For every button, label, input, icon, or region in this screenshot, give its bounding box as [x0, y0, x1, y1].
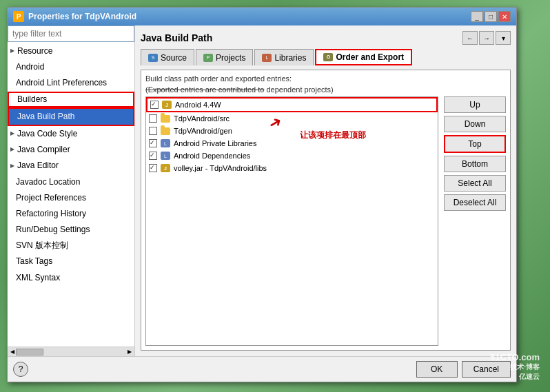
projects-tab-icon: P — [203, 54, 213, 62]
libraries-tab-icon: L — [262, 54, 272, 62]
sidebar: ▶ Resource Android Android Lint Preferen… — [8, 25, 135, 356]
maximize-button[interactable]: □ — [485, 11, 497, 22]
tab-source-label: Source — [161, 53, 187, 63]
close-button[interactable]: ✕ — [498, 11, 511, 22]
entry-checkbox-5[interactable] — [149, 152, 157, 160]
sidebar-item-java-editor[interactable]: ▶ Java Editor — [8, 158, 134, 174]
properties-dialog: P Properties for TdpVAndroid _ □ ✕ ▶ Res… — [7, 7, 517, 382]
entry-label-1: Android 4.4W — [175, 101, 221, 109]
cancel-button[interactable]: Cancel — [462, 361, 511, 378]
bottom-bar: ? OK Cancel — [8, 356, 516, 382]
down-button[interactable]: Down — [444, 116, 506, 132]
entry-src[interactable]: TdpVAndroid/src — [146, 112, 438, 125]
sidebar-list: ▶ Resource Android Android Lint Preferen… — [8, 42, 134, 347]
help-button[interactable]: ? — [13, 362, 28, 377]
entry-icon-6: J — [160, 163, 171, 173]
sidebar-item-svn[interactable]: SVN 版本控制 — [8, 238, 134, 254]
expand-arrow: ▶ — [10, 162, 14, 171]
sidebar-scrollbar[interactable]: ◀ ▶ — [8, 347, 134, 356]
entry-volley[interactable]: J volley.jar - TdpVAndroid/libs — [146, 162, 438, 174]
sidebar-item-label: Java Editor — [17, 159, 59, 172]
dialog-body: ▶ Resource Android Android Lint Preferen… — [8, 25, 516, 356]
sidebar-item-javadoc[interactable]: Javadoc Location — [8, 174, 134, 190]
content-header: Java Build Path ← → ▾ — [141, 31, 511, 45]
panel-description-1: Build class path order and exported entr… — [145, 74, 506, 83]
minimize-button[interactable]: _ — [471, 11, 483, 22]
entry-label-4: Android Private Libraries — [174, 139, 256, 147]
sidebar-item-refactoring-history[interactable]: Refactoring History — [8, 206, 134, 222]
back-button[interactable]: ← — [462, 31, 478, 45]
sidebar-item-run-debug[interactable]: Run/Debug Settings — [8, 222, 134, 238]
entry-checkbox-6[interactable] — [149, 164, 157, 172]
jar-icon-6: J — [161, 164, 170, 172]
lib-icon-5: L — [161, 152, 170, 160]
forward-button[interactable]: → — [479, 31, 494, 45]
entry-android-4-4w[interactable]: J Android 4.4W — [146, 97, 438, 112]
sidebar-item-xml-syntax[interactable]: XML Syntax — [8, 270, 134, 286]
up-button[interactable]: Up — [444, 96, 506, 113]
sidebar-item-resource[interactable]: ▶ Resource — [8, 43, 134, 59]
entry-icon-2 — [160, 114, 171, 123]
tab-order-export[interactable]: O Order and Export — [315, 49, 412, 65]
jar-icon: J — [162, 101, 172, 109]
build-path-content: J Android 4.4W TdpVAndroid/src — [145, 96, 506, 346]
entry-label-2: TdpVAndroid/src — [174, 114, 230, 123]
entry-checkbox-1[interactable] — [150, 101, 159, 109]
sidebar-item-label: Resource — [17, 45, 52, 58]
sidebar-item-label: SVN 版本控制 — [16, 239, 68, 252]
entry-label-6: volley.jar - TdpVAndroid/libs — [174, 164, 267, 172]
expand-arrow: ▶ — [10, 145, 14, 154]
expand-arrow: ▶ — [10, 130, 14, 138]
sidebar-item-label: Project References — [16, 192, 86, 205]
description-suffix: dependent projects) — [267, 85, 334, 94]
sidebar-item-task-tags[interactable]: Task Tags — [8, 254, 134, 269]
entry-private-libs[interactable]: L Android Private Libraries — [146, 137, 438, 149]
select-all-button[interactable]: Select All — [444, 175, 506, 192]
top-button[interactable]: Top — [444, 135, 506, 153]
sidebar-item-java-build-path[interactable]: Java Build Path — [8, 107, 134, 126]
lib-icon-4: L — [161, 139, 170, 147]
entry-label-3: TdpVAndroid/gen — [174, 127, 232, 135]
deselect-all-button[interactable]: Deselect All — [444, 194, 506, 211]
tab-projects[interactable]: P Projects — [196, 49, 253, 65]
filter-input[interactable] — [8, 25, 134, 42]
sidebar-item-label: Java Code Style — [17, 127, 77, 141]
sidebar-item-builders[interactable]: Builders — [8, 92, 134, 107]
scroll-thumb[interactable] — [16, 349, 43, 355]
dropdown-button[interactable]: ▾ — [496, 31, 511, 45]
order-tab-icon: O — [323, 53, 333, 61]
dialog-icon: P — [13, 11, 24, 22]
entry-checkbox-3[interactable] — [149, 127, 157, 135]
sidebar-item-label: Android Lint Preferences — [16, 76, 107, 90]
sidebar-item-project-references[interactable]: Project References — [8, 190, 134, 206]
ok-button[interactable]: OK — [416, 361, 458, 378]
scroll-right-arrows: ▶ — [126, 349, 133, 355]
sidebar-item-java-code-style[interactable]: ▶ Java Code Style — [8, 126, 134, 142]
sidebar-item-label: Run/Debug Settings — [16, 223, 90, 236]
bottom-button[interactable]: Bottom — [444, 156, 506, 172]
tab-source[interactable]: S Source — [141, 49, 194, 65]
sidebar-item-label: XML Syntax — [16, 271, 60, 285]
entries-list[interactable]: J Android 4.4W TdpVAndroid/src — [145, 96, 438, 346]
entry-label-5: Android Dependencies — [174, 152, 250, 160]
sidebar-item-android[interactable]: Android — [8, 59, 134, 75]
entry-dependencies[interactable]: L Android Dependencies — [146, 149, 438, 162]
entry-checkbox-2[interactable] — [149, 114, 157, 123]
entry-checkbox-4[interactable] — [149, 139, 157, 147]
sidebar-item-java-compiler[interactable]: ▶ Java Compiler — [8, 142, 134, 158]
tab-order-label: Order and Export — [336, 52, 404, 62]
title-bar-left: P Properties for TdpVAndroid — [13, 11, 136, 22]
dialog-title: Properties for TdpVAndroid — [28, 12, 136, 21]
source-tab-icon: S — [148, 54, 158, 62]
scroll-right-arrow[interactable]: ▶ — [126, 349, 133, 355]
content-panel: Build class path order and exported entr… — [141, 70, 511, 351]
sidebar-item-android-lint[interactable]: Android Lint Preferences — [8, 75, 134, 91]
sidebar-item-label: Java Build Path — [17, 110, 74, 123]
tab-libraries[interactable]: L Libraries — [254, 49, 314, 65]
sidebar-item-label: Refactoring History — [16, 207, 86, 220]
bottom-right: OK Cancel — [416, 361, 511, 378]
entry-gen[interactable]: TdpVAndroid/gen — [146, 125, 438, 137]
folder-icon-2 — [161, 115, 170, 123]
tab-libraries-label: Libraries — [274, 53, 306, 63]
scroll-left-arrow[interactable]: ◀ — [9, 349, 16, 355]
